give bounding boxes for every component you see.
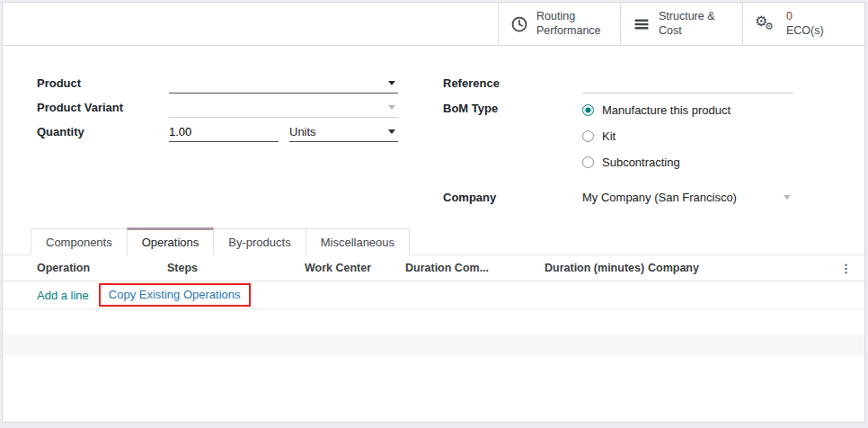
structure-cost-label: Structure & Cost	[659, 10, 715, 38]
bom-form-window: Routing Performance Structure & Cost	[2, 2, 865, 423]
product-variant-label: Product Variant	[37, 101, 169, 114]
uom-value: Units	[289, 125, 316, 138]
structure-label-line2: Cost	[659, 24, 715, 38]
product-input[interactable]	[169, 75, 385, 91]
empty-list-area	[3, 355, 864, 422]
column-header-duration-minutes[interactable]: Duration (minutes)	[545, 262, 648, 274]
eco-count: 0	[786, 10, 824, 23]
bom-type-label: BoM Type	[443, 97, 582, 175]
radio-selected-icon[interactable]	[582, 104, 594, 116]
notebook-tabs: Components Operations By-products Miscel…	[3, 227, 864, 255]
reference-input[interactable]	[582, 75, 793, 91]
uom-field[interactable]: Units	[289, 122, 398, 142]
quantity-row: Quantity Units	[37, 120, 398, 144]
product-variant-input[interactable]	[169, 99, 385, 115]
company-value: My Company (San Francisco)	[582, 191, 737, 204]
product-variant-row: Product Variant	[37, 95, 398, 120]
product-variant-field	[169, 98, 398, 118]
empty-list-row	[3, 309, 864, 334]
radio-label-manufacture: Manufacture this product	[602, 103, 731, 117]
column-header-steps[interactable]: Steps	[167, 262, 305, 274]
tab-operations[interactable]: Operations	[127, 227, 215, 255]
eco-button[interactable]: ⚙ ⚙ 0 ECO(s)	[742, 3, 864, 45]
column-header-duration-computation[interactable]: Duration Com...	[405, 262, 545, 274]
chevron-down-icon	[784, 195, 791, 200]
company-row: Company My Company (San Francisco)	[443, 185, 802, 210]
company-field[interactable]: My Company (San Francisco)	[582, 191, 793, 204]
chevron-down-icon	[388, 105, 395, 110]
tab-miscellaneous[interactable]: Miscellaneous	[306, 228, 410, 255]
bom-form-sheet: Product Product Variant Quantity	[3, 46, 864, 227]
bom-type-row: BoM Type Manufacture this product Kit Su…	[443, 97, 802, 175]
clock-icon	[510, 15, 528, 33]
structure-cost-button[interactable]: Structure & Cost	[620, 3, 742, 45]
tab-components[interactable]: Components	[31, 228, 128, 255]
add-a-line-link[interactable]: Add a line	[37, 289, 89, 302]
radio-option-kit[interactable]: Kit	[582, 123, 802, 149]
bars-icon	[633, 15, 651, 33]
annotation-highlight-box: Copy Existing Operations	[99, 283, 251, 307]
status-bar: Routing Performance Structure & Cost	[3, 3, 864, 46]
routing-label-line2: Performance	[536, 24, 601, 38]
routing-performance-label: Routing Performance	[536, 10, 601, 38]
reference-row: Reference	[443, 71, 802, 95]
reference-field	[582, 74, 793, 94]
gear-small-glyph: ⚙	[765, 22, 774, 31]
radio-option-manufacture[interactable]: Manufacture this product	[582, 97, 802, 123]
radio-label-kit: Kit	[602, 129, 616, 143]
quantity-label: Quantity	[37, 125, 169, 138]
list-header-row: Operation Steps Work Center Duration Com…	[3, 255, 864, 281]
empty-list-row-striped	[3, 334, 864, 355]
company-label: Company	[443, 191, 582, 204]
reference-label: Reference	[443, 76, 582, 90]
product-label: Product	[37, 76, 169, 90]
structure-label-line1: Structure &	[659, 10, 715, 23]
product-field	[169, 74, 398, 94]
copy-existing-operations-link[interactable]: Copy Existing Operations	[109, 288, 241, 301]
column-header-work-center[interactable]: Work Center	[305, 262, 405, 274]
eco-label-text: ECO(s)	[786, 24, 824, 38]
form-left-column: Product Product Variant Quantity	[37, 71, 398, 227]
radio-unselected-icon[interactable]	[582, 130, 594, 142]
quantity-input[interactable]	[169, 123, 279, 139]
gears-icon: ⚙ ⚙	[755, 13, 778, 35]
eco-label: 0 ECO(s)	[786, 10, 824, 38]
routing-label-line1: Routing	[536, 10, 601, 23]
radio-label-subcontracting: Subcontracting	[602, 156, 680, 169]
radio-option-subcontracting[interactable]: Subcontracting	[582, 149, 802, 175]
quantity-fields: Units	[169, 122, 398, 142]
chevron-down-icon[interactable]	[388, 81, 395, 85]
tab-by-products[interactable]: By-products	[213, 228, 306, 255]
operations-list: Operation Steps Work Center Duration Com…	[3, 255, 864, 422]
stat-buttons: Routing Performance Structure & Cost	[498, 3, 864, 45]
radio-unselected-icon[interactable]	[582, 156, 594, 168]
quantity-field	[169, 122, 279, 142]
bom-type-options: Manufacture this product Kit Subcontract…	[582, 97, 802, 175]
product-row: Product	[37, 71, 398, 95]
optional-columns-icon[interactable]: ⋮	[839, 262, 852, 275]
form-right-column: Reference BoM Type Manufacture this prod…	[443, 71, 802, 227]
chevron-down-icon[interactable]	[388, 129, 395, 134]
routing-performance-button[interactable]: Routing Performance	[498, 3, 620, 45]
column-header-operation[interactable]: Operation	[37, 262, 167, 274]
list-add-row: Add a line Copy Existing Operations	[3, 281, 864, 309]
column-header-company[interactable]: Company	[648, 262, 839, 274]
